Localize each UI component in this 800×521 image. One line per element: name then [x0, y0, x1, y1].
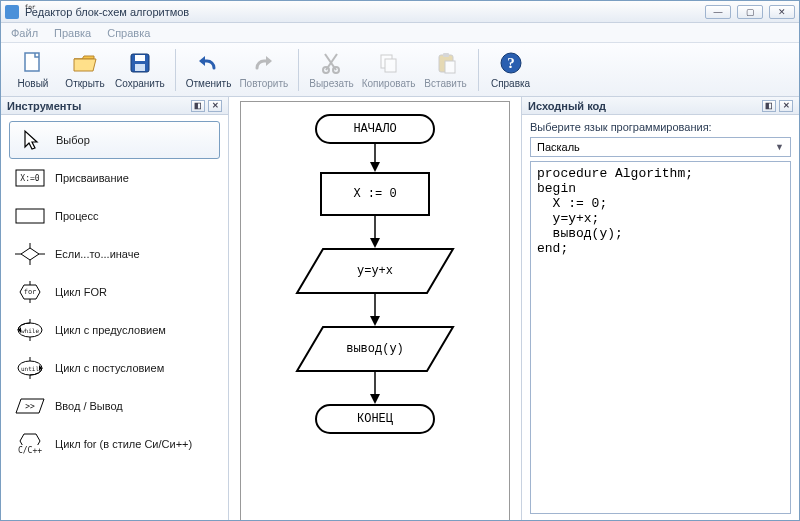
svg-marker-17: [25, 131, 37, 149]
tool-label: Цикл с постусловием: [55, 362, 164, 374]
while-icon: while: [15, 319, 45, 341]
svg-rect-2: [135, 55, 145, 61]
svg-rect-14: [445, 61, 455, 73]
tool-label: Выбор: [56, 134, 90, 146]
svg-rect-3: [135, 64, 145, 71]
tools-list: Выбор X:=0 Присваивание Процесс: [1, 115, 228, 520]
tool-while[interactable]: while Цикл с предусловием: [9, 311, 220, 349]
tool-assign[interactable]: X:=0 Присваивание: [9, 159, 220, 197]
cut-icon: [318, 50, 344, 76]
panel-close-button[interactable]: ✕: [208, 100, 222, 112]
io-icon: >>: [15, 395, 45, 417]
arrow-icon: [369, 372, 381, 404]
undo-button[interactable]: Отменить: [182, 46, 236, 94]
tools-panel-header: Инструменты ◧ ✕: [1, 97, 228, 115]
svg-rect-11: [385, 59, 396, 72]
window-title: Редактор блок-схем алгоритмов: [25, 6, 705, 18]
menu-edit[interactable]: Правка: [54, 27, 91, 39]
maximize-button[interactable]: ▢: [737, 5, 763, 19]
source-panel-title: Исходный код: [528, 100, 606, 112]
tools-panel: Инструменты ◧ ✕ Выбор X:=0 При: [1, 97, 229, 520]
svg-marker-39: [370, 162, 380, 172]
help-button[interactable]: ? Справка: [485, 46, 537, 94]
save-button[interactable]: Сохранить: [111, 46, 169, 94]
copy-button[interactable]: Копировать: [358, 46, 420, 94]
chevron-down-icon: ▼: [775, 142, 784, 152]
tool-until[interactable]: until Цикл с постусловием: [9, 349, 220, 387]
svg-marker-37: [20, 434, 40, 445]
arrow-icon: [369, 216, 381, 248]
tool-cfor[interactable]: for C/C++ Цикл for (в стиле Си/Си++): [9, 425, 220, 463]
toolbar: Новый Открыть Сохранить Отменить Повтор: [1, 43, 799, 97]
source-panel-header: Исходный код ◧ ✕: [522, 97, 799, 115]
save-icon: [127, 50, 153, 76]
ifelse-icon: [15, 243, 45, 265]
cut-button[interactable]: Вырезать: [305, 46, 357, 94]
panel-close-button[interactable]: ✕: [779, 100, 793, 112]
paste-button[interactable]: Вставить: [420, 46, 472, 94]
redo-button[interactable]: Повторить: [235, 46, 292, 94]
tool-label: Цикл FOR: [55, 286, 107, 298]
tool-label: Цикл с предусловием: [55, 324, 166, 336]
svg-rect-0: [25, 53, 39, 71]
tool-process[interactable]: Процесс: [9, 197, 220, 235]
language-value: Паскаль: [537, 141, 580, 153]
tool-ifelse[interactable]: Если...то...иначе: [9, 235, 220, 273]
close-button[interactable]: ✕: [769, 5, 795, 19]
folder-open-icon: [72, 50, 98, 76]
node-io-2[interactable]: вывод(y): [295, 326, 455, 372]
paste-icon: [433, 50, 459, 76]
svg-marker-4: [199, 56, 205, 66]
toolbar-sep: [175, 49, 176, 91]
flowchart-page: НАЧАЛО X := 0 y=y+x вывод(y): [240, 101, 510, 520]
file-new-icon: [20, 50, 46, 76]
app-icon: [5, 5, 19, 19]
tool-io[interactable]: >> Ввод / Вывод: [9, 387, 220, 425]
until-icon: until: [15, 357, 45, 379]
svg-rect-19: [16, 209, 44, 223]
minimize-button[interactable]: —: [705, 5, 731, 19]
open-button[interactable]: Открыть: [59, 46, 111, 94]
tool-label: Если...то...иначе: [55, 248, 140, 260]
source-code[interactable]: procedure Algorithm; begin X := 0; y=y+x…: [530, 161, 791, 514]
tool-label: Процесс: [55, 210, 98, 222]
node-assign[interactable]: X := 0: [320, 172, 430, 216]
node-end[interactable]: КОНЕЦ: [315, 404, 435, 434]
svg-marker-41: [370, 238, 380, 248]
arrow-icon: [369, 144, 381, 172]
flowchart-canvas[interactable]: НАЧАЛО X := 0 y=y+x вывод(y): [229, 97, 521, 520]
help-icon: ?: [498, 50, 524, 76]
tool-label: Цикл for (в стиле Си/Си++): [55, 438, 192, 450]
cfor-icon: for C/C++: [15, 433, 45, 455]
svg-text:?: ?: [507, 55, 515, 71]
svg-marker-5: [266, 56, 272, 66]
assign-icon: X:=0: [15, 167, 45, 189]
new-button[interactable]: Новый: [7, 46, 59, 94]
menubar: Файл Правка Справка: [1, 23, 799, 43]
node-start[interactable]: НАЧАЛО: [315, 114, 435, 144]
cursor-icon: [16, 129, 46, 151]
tool-label: Ввод / Вывод: [55, 400, 123, 412]
menu-file[interactable]: Файл: [11, 27, 38, 39]
language-label: Выберите язык программирования:: [530, 121, 791, 133]
svg-rect-13: [443, 53, 449, 57]
svg-marker-21: [21, 248, 39, 260]
for-icon: for: [15, 281, 45, 303]
undo-icon: [196, 50, 222, 76]
svg-marker-44: [370, 316, 380, 326]
panel-undock-button[interactable]: ◧: [191, 100, 205, 112]
main-area: Инструменты ◧ ✕ Выбор X:=0 При: [1, 97, 799, 520]
panel-undock-button[interactable]: ◧: [762, 100, 776, 112]
tool-select[interactable]: Выбор: [9, 121, 220, 159]
tools-panel-title: Инструменты: [7, 100, 81, 112]
menu-help[interactable]: Справка: [107, 27, 150, 39]
tool-for[interactable]: for Цикл FOR: [9, 273, 220, 311]
arrow-icon: [369, 294, 381, 326]
toolbar-sep: [298, 49, 299, 91]
svg-marker-47: [370, 394, 380, 404]
redo-icon: [251, 50, 277, 76]
language-select[interactable]: Паскаль ▼: [530, 137, 791, 157]
copy-icon: [376, 50, 402, 76]
process-icon: [15, 205, 45, 227]
node-io-1[interactable]: y=y+x: [295, 248, 455, 294]
